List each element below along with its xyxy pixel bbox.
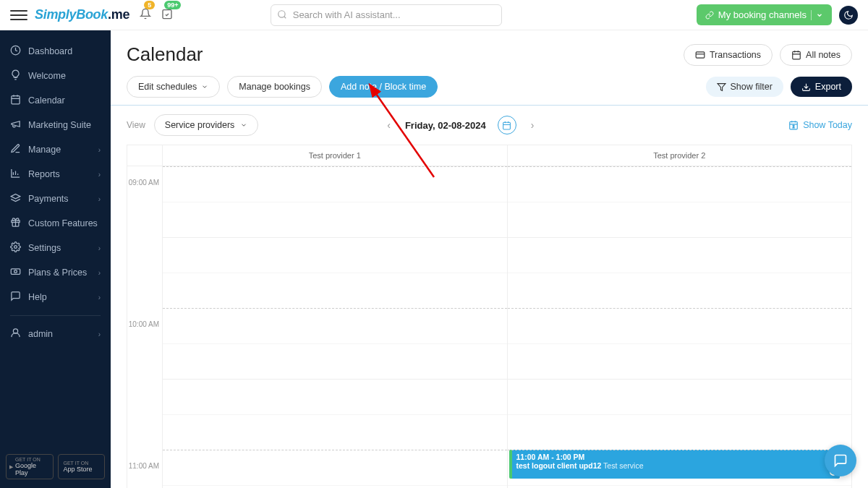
- provider-grid-1[interactable]: [162, 166, 507, 488]
- sidebar-item-settings[interactable]: Settings›: [0, 236, 111, 260]
- export-button[interactable]: Export: [791, 77, 852, 97]
- sidebar-item-label: Dashboard: [28, 46, 72, 56]
- prev-date-button[interactable]: ‹: [384, 116, 393, 134]
- svg-point-5: [14, 246, 17, 249]
- calendar-today-icon: 2: [788, 120, 799, 130]
- chat-icon: [10, 291, 21, 304]
- bulb-icon: [10, 69, 21, 82]
- show-today-button[interactable]: 2 Show Today: [788, 120, 852, 130]
- gift-icon: [10, 217, 21, 230]
- wallet-icon: [10, 192, 21, 205]
- page-title: Calendar: [127, 43, 203, 66]
- sidebar-item-welcome[interactable]: Welcome: [0, 64, 111, 88]
- theme-toggle-button[interactable]: [839, 6, 858, 25]
- megaphone-icon: [10, 119, 21, 132]
- transactions-button[interactable]: Transactions: [684, 44, 773, 66]
- sidebar: DashboardWelcomeCalendarMarketing SuiteM…: [0, 30, 111, 488]
- chevron-down-icon: [816, 12, 823, 19]
- provider-column-header: Test provider 1: [162, 145, 507, 166]
- sidebar-item-calendar[interactable]: Calendar: [0, 88, 111, 113]
- current-date: Friday, 02-08-2024: [405, 120, 486, 131]
- sidebar-item-label: Help: [28, 292, 47, 302]
- sidebar-item-dashboard[interactable]: Dashboard: [0, 39, 111, 64]
- cal-badge: 99+: [164, 1, 181, 9]
- sidebar-item-help[interactable]: Help›: [0, 285, 111, 309]
- chevron-right-icon: ›: [98, 146, 101, 154]
- sidebar-item-label: Custom Features: [28, 218, 98, 228]
- sidebar-item-label: Settings: [28, 243, 61, 253]
- show-filter-button[interactable]: Show filter: [706, 77, 783, 97]
- pending-bookings-icon[interactable]: 99+: [161, 8, 173, 22]
- next-date-button[interactable]: ›: [528, 116, 537, 134]
- hour-label: 09:00 AM: [129, 179, 159, 187]
- gear-icon: [10, 241, 21, 254]
- svg-rect-10: [793, 51, 801, 59]
- sidebar-item-custom-features[interactable]: Custom Features: [0, 211, 111, 236]
- chevron-right-icon: ›: [98, 269, 101, 277]
- sidebar-item-reports[interactable]: Reports›: [0, 162, 111, 187]
- google-play-button[interactable]: ▶ GET IT ONGoogle Play: [6, 454, 54, 479]
- chevron-right-icon: ›: [98, 195, 101, 203]
- chevron-right-icon: ›: [98, 294, 101, 301]
- svg-text:2: 2: [793, 125, 795, 129]
- card-icon: [695, 50, 705, 60]
- svg-rect-11: [503, 122, 511, 129]
- svg-rect-9: [696, 51, 705, 57]
- sidebar-item-label: Manage: [28, 145, 61, 155]
- chevron-right-icon: ›: [98, 171, 101, 179]
- logo[interactable]: SimplyBook.me: [35, 7, 129, 22]
- chevron-down-icon: [240, 121, 247, 129]
- user-icon: [10, 328, 21, 341]
- chat-support-button[interactable]: [825, 445, 856, 476]
- main-content: Calendar Transactions All notes Edit sch…: [111, 30, 868, 488]
- manage-bookings-button[interactable]: Manage bookings: [227, 76, 322, 98]
- notes-icon: [791, 50, 801, 60]
- chevron-right-icon: ›: [98, 244, 101, 252]
- sidebar-item-label: Payments: [28, 194, 69, 204]
- sidebar-item-label: Reports: [28, 169, 60, 179]
- calendar-event[interactable]: 11:00 AM - 1:00 PM test logout client up…: [509, 450, 841, 479]
- gauge-icon: [10, 45, 21, 58]
- sidebar-item-label: admin: [28, 329, 53, 339]
- booking-channels-button[interactable]: My booking channels: [697, 4, 832, 25]
- hour-label: 11:00 AM: [129, 462, 159, 470]
- view-dropdown[interactable]: Service providers: [154, 114, 259, 136]
- play-icon: ▶: [9, 464, 13, 470]
- bell-badge: 5: [144, 1, 155, 9]
- menu-button[interactable]: [10, 7, 27, 24]
- svg-rect-3: [12, 96, 20, 104]
- view-label: View: [127, 120, 145, 130]
- svg-point-7: [14, 270, 17, 273]
- filter-icon: [717, 82, 726, 92]
- download-icon: [801, 82, 811, 92]
- date-picker-button[interactable]: [498, 116, 516, 134]
- calendar-icon: [502, 121, 511, 130]
- calendar-header: Test provider 1 Test provider 2: [127, 145, 852, 166]
- money-icon: [10, 266, 21, 279]
- search-input[interactable]: [271, 4, 502, 26]
- svg-rect-0: [163, 9, 171, 18]
- chat-icon: [833, 453, 848, 468]
- chevron-down-icon: [201, 83, 208, 90]
- sidebar-item-manage[interactable]: Manage›: [0, 137, 111, 162]
- calendar-grid[interactable]: 09:00 AM10:00 AM11:00 AM 11:00 AM - 1:00…: [127, 166, 852, 488]
- sidebar-item-payments[interactable]: Payments›: [0, 187, 111, 211]
- edit-schedules-button[interactable]: Edit schedules: [127, 76, 220, 98]
- notifications-bell-icon[interactable]: 5: [140, 8, 151, 22]
- add-note-block-time-button[interactable]: Add note / Block time: [329, 76, 438, 98]
- app-store-button[interactable]: GET IT ONApp Store: [58, 454, 106, 479]
- calendar-icon: [10, 94, 21, 107]
- all-notes-button[interactable]: All notes: [780, 44, 852, 66]
- sidebar-item-admin[interactable]: admin›: [0, 322, 111, 346]
- pencil-icon: [10, 143, 21, 156]
- sidebar-item-plans-prices[interactable]: Plans & Prices›: [0, 260, 111, 285]
- search-icon: [277, 9, 287, 22]
- svg-rect-6: [11, 269, 20, 275]
- sidebar-item-label: Welcome: [28, 71, 66, 81]
- hour-label: 10:00 AM: [129, 320, 159, 328]
- sidebar-item-label: Calendar: [28, 95, 65, 106]
- logo-text: SimplyBook: [35, 7, 108, 22]
- chevron-right-icon: ›: [98, 330, 101, 338]
- provider-grid-2[interactable]: 11:00 AM - 1:00 PM test logout client up…: [507, 166, 852, 488]
- sidebar-item-marketing-suite[interactable]: Marketing Suite: [0, 113, 111, 137]
